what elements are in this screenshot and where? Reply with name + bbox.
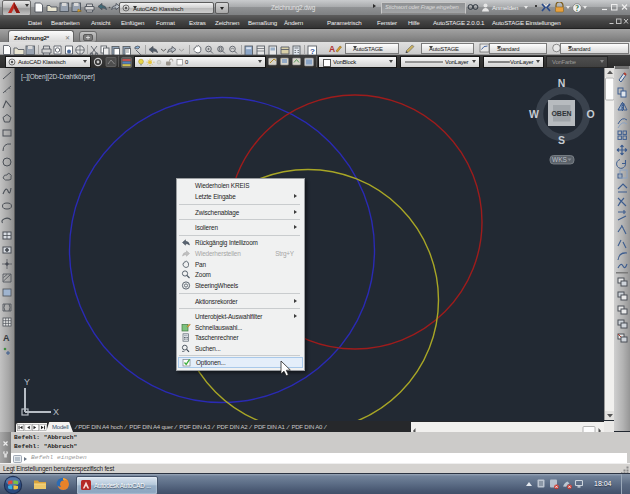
svg-text:X: X <box>53 407 59 417</box>
svg-text:S: S <box>558 134 565 146</box>
svg-text:N: N <box>558 77 566 89</box>
svg-text:Y: Y <box>24 377 30 387</box>
svg-text:A: A <box>3 333 10 343</box>
svg-text:WKS: WKS <box>552 156 567 163</box>
svg-text:?: ? <box>575 3 579 12</box>
svg-text:W: W <box>529 108 539 120</box>
svg-text:O: O <box>586 108 594 120</box>
svg-text:A: A <box>329 44 335 54</box>
svg-text:[–][Oben][2D-Drahtkörper]: [–][Oben][2D-Drahtkörper] <box>21 73 95 81</box>
svg-text:OBEN: OBEN <box>551 110 571 117</box>
